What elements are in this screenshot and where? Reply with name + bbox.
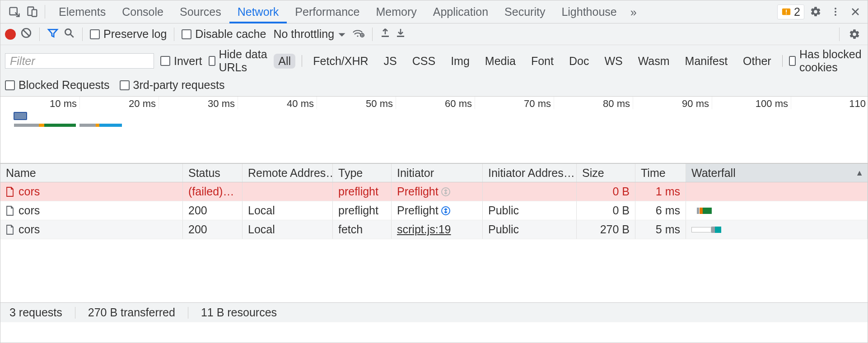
cell-status: (failed)… [183, 182, 243, 201]
svg-point-7 [835, 11, 836, 13]
table-header: Name Status Remote Addres… Type Initiato… [0, 163, 868, 182]
tab-application[interactable]: Application [425, 1, 496, 23]
import-har-icon[interactable] [380, 28, 391, 41]
filter-input[interactable] [5, 53, 154, 69]
cell-initiator[interactable]: Preflight [392, 182, 483, 201]
cell-size: 0 B [577, 182, 635, 201]
cell-initiator-addr [483, 182, 577, 201]
status-requests: 3 requests [9, 306, 62, 319]
preserve-log-checkbox[interactable]: Preserve log [90, 28, 167, 41]
network-settings-gear-icon[interactable] [846, 26, 863, 43]
svg-rect-5 [786, 14, 787, 14]
type-pill-ws[interactable]: WS [600, 54, 627, 69]
cell-initiator[interactable]: script.js:19 [392, 220, 483, 239]
disable-cache-checkbox[interactable]: Disable cache [182, 28, 266, 41]
issues-badge[interactable]: 2 [777, 5, 804, 19]
type-pill-fetch-xhr[interactable]: Fetch/XHR [308, 54, 373, 69]
cell-remote [243, 182, 333, 201]
svg-rect-4 [786, 9, 787, 12]
filter-toggle-icon[interactable] [47, 27, 59, 42]
request-name: cors [19, 185, 40, 198]
tab-network[interactable]: Network [229, 1, 287, 23]
throttling-select[interactable]: No throttling [273, 28, 346, 41]
col-header-remote-address[interactable]: Remote Addres… [243, 164, 333, 182]
panel-tabs: Elements Console Sources Network Perform… [51, 1, 642, 23]
overview-window-handle[interactable] [14, 112, 27, 120]
col-header-waterfall[interactable]: Waterfall ▲ [686, 164, 868, 182]
tab-sources[interactable]: Sources [172, 1, 229, 23]
has-blocked-cookies-checkbox[interactable]: Has blocked cookies [789, 48, 863, 74]
tabs-overflow-button[interactable]: » [625, 1, 642, 23]
device-toggle-icon[interactable] [26, 5, 39, 18]
col-header-name[interactable]: Name [0, 164, 183, 182]
type-pill-other[interactable]: Other [738, 54, 776, 69]
col-header-time[interactable]: Time [635, 164, 686, 182]
clear-button[interactable] [20, 27, 32, 42]
type-pill-manifest[interactable]: Manifest [681, 54, 732, 69]
network-filter-bar-2: Blocked Requests 3rd-party requests [0, 77, 868, 97]
timeline-overview[interactable]: 10 ms 20 ms 30 ms 40 ms 50 ms 60 ms 70 m… [0, 97, 868, 163]
close-devtools-icon[interactable] [847, 3, 864, 20]
type-pill-media[interactable]: Media [481, 54, 520, 69]
network-table: Name Status Remote Addres… Type Initiato… [0, 163, 868, 302]
col-header-status[interactable]: Status [183, 164, 243, 182]
col-header-initiator-address[interactable]: Initiator Addres… [483, 164, 577, 182]
svg-point-10 [65, 29, 71, 35]
cell-initiator-addr: Public [483, 201, 577, 220]
col-header-type[interactable]: Type [333, 164, 392, 182]
type-pill-js[interactable]: JS [379, 54, 401, 69]
status-resources: 11 B resources [201, 306, 277, 319]
col-header-initiator[interactable]: Initiator [392, 164, 483, 182]
tab-console[interactable]: Console [114, 1, 172, 23]
search-icon[interactable] [63, 27, 75, 42]
network-filter-bar: Invert Hide data URLs All Fetch/XHR JS C… [0, 45, 868, 77]
tab-lighthouse[interactable]: Lighthouse [553, 1, 625, 23]
cell-time: 1 ms [635, 182, 686, 201]
preserve-log-label: Preserve log [103, 28, 167, 41]
tab-memory[interactable]: Memory [368, 1, 425, 23]
table-body[interactable]: cors (failed)… preflight Preflight 0 B 1… [0, 182, 868, 302]
table-row[interactable]: cors (failed)… preflight Preflight 0 B 1… [0, 182, 868, 201]
network-conditions-icon[interactable] [352, 28, 365, 41]
cell-type: preflight [333, 182, 392, 201]
cell-status: 200 [183, 201, 243, 220]
third-party-requests-checkbox[interactable]: 3rd-party requests [120, 79, 225, 92]
type-pill-doc[interactable]: Doc [565, 54, 593, 69]
kebab-menu-icon[interactable] [827, 3, 844, 20]
request-name: cors [19, 223, 40, 236]
type-pill-img[interactable]: Img [446, 54, 474, 69]
col-header-size[interactable]: Size [577, 164, 635, 182]
table-row[interactable]: cors 200 Local preflight Preflight Publi… [0, 201, 868, 220]
cell-remote: Local [243, 220, 333, 239]
document-icon [6, 225, 14, 235]
tab-elements[interactable]: Elements [51, 1, 114, 23]
svg-point-8 [835, 14, 836, 16]
request-name: cors [19, 204, 40, 217]
blocked-requests-checkbox[interactable]: Blocked Requests [5, 79, 110, 92]
table-row[interactable]: cors 200 Local fetch script.js:19 Public… [0, 220, 868, 239]
tab-security[interactable]: Security [496, 1, 553, 23]
tab-performance[interactable]: Performance [287, 1, 368, 23]
cell-initiator-addr: Public [483, 220, 577, 239]
type-pill-wasm[interactable]: Wasm [634, 54, 674, 69]
settings-gear-icon[interactable] [807, 3, 824, 20]
throttling-value: No throttling [273, 28, 334, 41]
invert-checkbox[interactable]: Invert [160, 55, 202, 68]
network-toolbar: Preserve log Disable cache No throttling [0, 23, 868, 45]
type-pill-css[interactable]: CSS [408, 54, 440, 69]
cell-size: 0 B [577, 201, 635, 220]
cell-initiator[interactable]: Preflight [392, 201, 483, 220]
cell-status: 200 [183, 220, 243, 239]
cell-time: 5 ms [635, 220, 686, 239]
svg-point-11 [357, 35, 359, 37]
record-button[interactable] [5, 29, 16, 40]
inspect-icon[interactable] [8, 5, 21, 18]
type-pill-all[interactable]: All [274, 54, 295, 69]
hide-data-urls-checkbox[interactable]: Hide data URLs [209, 48, 268, 74]
private-network-access-icon [440, 186, 451, 197]
private-network-access-icon [440, 205, 451, 216]
sort-ascending-icon: ▲ [855, 168, 863, 178]
issues-count: 2 [794, 5, 800, 19]
type-pill-font[interactable]: Font [527, 54, 558, 69]
export-har-icon[interactable] [395, 28, 406, 41]
